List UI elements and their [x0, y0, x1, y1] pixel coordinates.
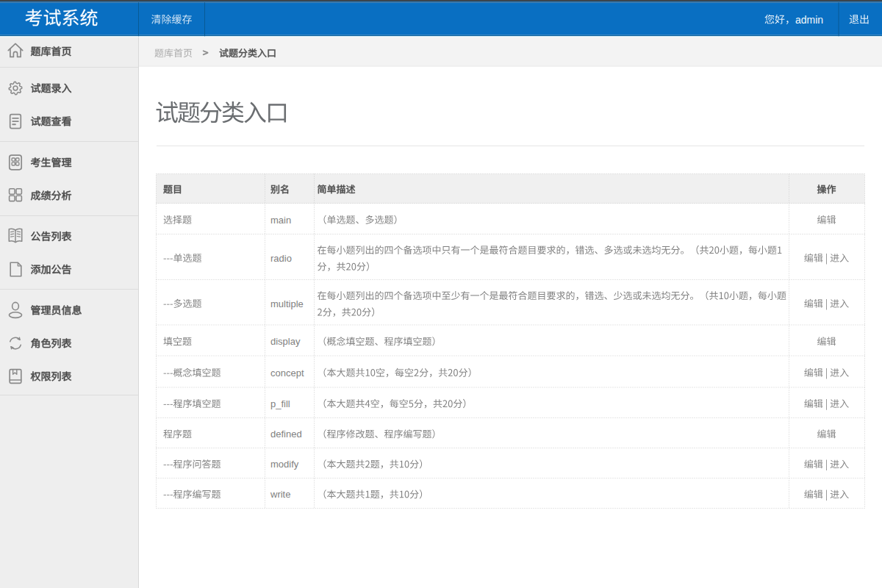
svg-text:write: write: [270, 489, 290, 500]
svg-text:admin: admin: [795, 14, 823, 26]
svg-text:multiple: multiple: [270, 298, 304, 309]
svg-text:display: display: [270, 336, 301, 347]
svg-text:main: main: [270, 215, 291, 226]
svg-text:defined: defined: [270, 429, 302, 440]
svg-text:concept: concept: [270, 368, 304, 379]
svg-text:modify: modify: [270, 459, 299, 470]
svg-text:p_fill: p_fill: [270, 398, 290, 409]
svg-text:radio: radio: [270, 253, 292, 264]
